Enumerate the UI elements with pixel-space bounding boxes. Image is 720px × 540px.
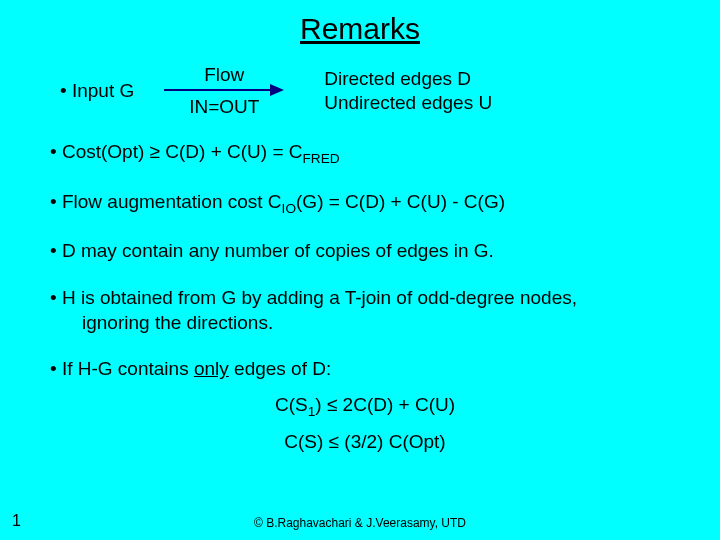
edges-block: Directed edges D Undirected edges U bbox=[324, 67, 492, 115]
arrow-icon bbox=[164, 88, 284, 92]
bullet-hg-only: • If H-G contains only edges of D: bbox=[50, 357, 680, 382]
undirected-edges-text: Undirected edges U bbox=[324, 91, 492, 115]
bullet-d-copies: • D may contain any number of copies of … bbox=[50, 239, 680, 264]
bullet-h-obtained: • H is obtained from G by adding a T-joi… bbox=[50, 286, 680, 335]
footer-copyright: © B.Raghavachari & J.Veerasamy, UTD bbox=[0, 516, 720, 530]
equation-cs: C(S) ≤ (3/2) C(Opt) bbox=[50, 431, 680, 453]
diagram-row: • Input G Flow IN=OUT Directed edges D U… bbox=[0, 64, 720, 118]
bullet-list: • Cost(Opt) ≥ C(D) + C(U) = CFRED • Flow… bbox=[0, 140, 720, 453]
equation-cs1: C(S1) ≤ 2C(D) + C(U) bbox=[50, 394, 680, 419]
directed-edges-text: Directed edges D bbox=[324, 67, 492, 91]
slide-title: Remarks bbox=[0, 0, 720, 46]
flow-arrow-box: Flow IN=OUT bbox=[164, 64, 284, 118]
flow-label: Flow bbox=[204, 64, 244, 86]
input-g-label: • Input G bbox=[60, 80, 134, 102]
bullet-cost-opt: • Cost(Opt) ≥ C(D) + C(U) = CFRED bbox=[50, 140, 680, 168]
bullet-flow-aug: • Flow augmentation cost CIO(G) = C(D) +… bbox=[50, 190, 680, 218]
inout-label: IN=OUT bbox=[189, 96, 259, 118]
